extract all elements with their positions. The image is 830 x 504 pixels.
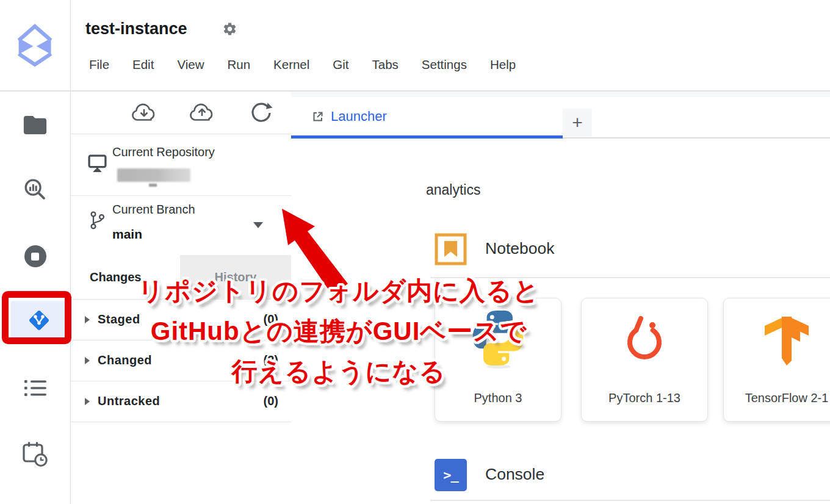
- card-label: Python 3: [435, 391, 561, 405]
- git-panel-tabs: Changes History: [71, 255, 291, 299]
- tab-launcher-label: Launcher: [331, 109, 387, 124]
- launcher-card-python3[interactable]: Python 3: [435, 298, 561, 422]
- computer-icon: [87, 154, 107, 173]
- python-icon: [435, 307, 561, 369]
- vertex-workbench-logo-icon: [13, 21, 58, 70]
- activity-sidebar: [0, 92, 71, 504]
- menu-item-tabs[interactable]: Tabs: [361, 57, 410, 72]
- section-label: Changed: [98, 353, 152, 367]
- section-label: Staged: [98, 312, 140, 326]
- git-icon: [26, 308, 52, 333]
- launcher-card-tensorflow[interactable]: TensorFlow 2-1: [723, 298, 830, 422]
- sidebar-item-scheduler[interactable]: [0, 441, 70, 469]
- gear-icon[interactable]: [222, 21, 237, 37]
- header: test-instance File Edit View Run Kernel …: [0, 0, 830, 92]
- repository-name-redacted[interactable]: [117, 168, 190, 182]
- tab-history[interactable]: History: [180, 255, 291, 299]
- chevron-right-icon: [85, 316, 90, 323]
- pytorch-icon: [582, 312, 707, 367]
- divider: [71, 422, 291, 422]
- running-kernels-icon: [24, 245, 46, 267]
- menu-item-file[interactable]: File: [78, 57, 121, 72]
- launcher-cwd-title: analytics: [426, 182, 480, 198]
- menu-item-edit[interactable]: Edit: [121, 57, 165, 72]
- section-count: (2): [264, 353, 278, 367]
- sidebar-item-git[interactable]: [11, 301, 67, 340]
- new-tab-button[interactable]: +: [563, 109, 592, 137]
- divider: [430, 500, 830, 501]
- card-label: TensorFlow 2-1: [724, 391, 830, 405]
- menu-item-help[interactable]: Help: [478, 57, 527, 72]
- instance-title: test-instance: [85, 20, 187, 38]
- folder-icon: [23, 115, 48, 135]
- external-link-icon: [311, 110, 325, 123]
- divider: [71, 195, 291, 196]
- git-section-staged[interactable]: Staged (0): [71, 299, 291, 340]
- sidebar-item-running-kernels[interactable]: [0, 245, 70, 267]
- sidebar-item-metrics-search[interactable]: [0, 176, 70, 204]
- current-branch-name: main: [112, 227, 142, 242]
- notebook-category-label: Notebook: [485, 239, 554, 258]
- chevron-right-icon: [85, 398, 90, 405]
- git-panel: Current Repository Current Branch main C…: [71, 92, 292, 504]
- cloud-download-icon[interactable]: [130, 103, 158, 123]
- current-branch-label: Current Branch: [112, 203, 195, 217]
- card-label: PyTorch 1-13: [582, 391, 707, 405]
- console-icon: >_: [435, 459, 467, 491]
- menu-item-git[interactable]: Git: [321, 57, 360, 72]
- divider: [71, 134, 291, 134]
- console-category-label: Console: [485, 465, 544, 484]
- chevron-down-icon[interactable]: [253, 222, 263, 228]
- current-repository-label: Current Repository: [112, 145, 215, 159]
- git-branch-icon: [89, 210, 106, 231]
- section-count: (0): [264, 394, 278, 408]
- repository-name-redacted-fragment: [149, 184, 157, 187]
- active-tab-underline: [291, 135, 563, 139]
- menu-item-kernel[interactable]: Kernel: [262, 57, 321, 72]
- menu-item-view[interactable]: View: [165, 57, 215, 72]
- tab-changes[interactable]: Changes: [71, 255, 180, 299]
- scheduler-icon: [21, 441, 49, 469]
- menu-item-run[interactable]: Run: [215, 57, 262, 72]
- chevron-right-icon: [85, 357, 90, 364]
- jupyterlab-window: test-instance File Edit View Run Kernel …: [0, 0, 830, 504]
- section-count: (0): [264, 312, 278, 326]
- sidebar-item-files[interactable]: [0, 115, 70, 135]
- main-area: Launcher + analytics Notebook: [291, 92, 830, 504]
- section-label: Untracked: [98, 394, 160, 408]
- cloud-upload-icon[interactable]: [188, 103, 216, 123]
- menu-bar: File Edit View Run Kernel Git Tabs Setti…: [78, 57, 527, 72]
- tensorflow-icon: [724, 309, 830, 368]
- menu-item-settings[interactable]: Settings: [410, 57, 478, 72]
- tabbar-background: [291, 92, 830, 97]
- tab-launcher[interactable]: Launcher: [291, 97, 563, 136]
- git-section-untracked[interactable]: Untracked (0): [71, 381, 291, 422]
- git-section-changed[interactable]: Changed (2): [71, 340, 291, 381]
- divider: [430, 277, 830, 278]
- logo-cell: [0, 0, 71, 90]
- sidebar-item-table-of-contents[interactable]: [0, 379, 70, 397]
- launcher-card-pytorch[interactable]: PyTorch 1-13: [581, 298, 708, 422]
- refresh-icon[interactable]: [250, 101, 273, 124]
- table-of-contents-icon: [23, 379, 48, 397]
- notebook-icon: [435, 233, 467, 265]
- search-metrics-icon: [21, 176, 49, 204]
